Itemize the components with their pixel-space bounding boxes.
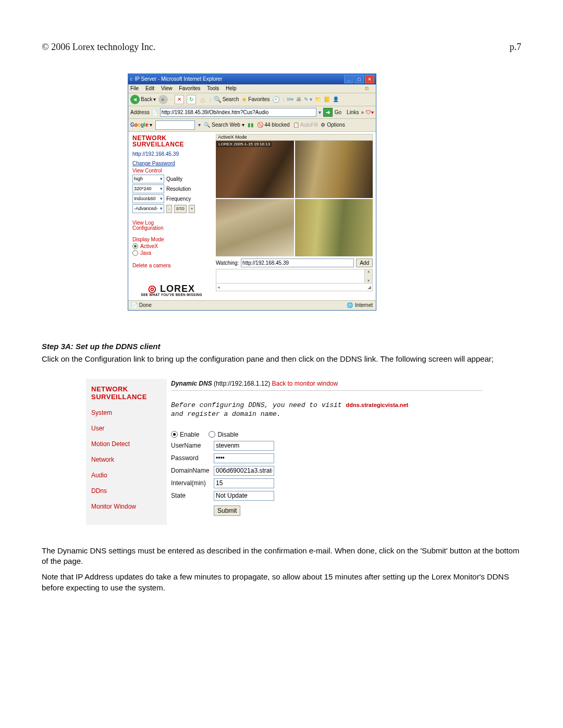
interval-input[interactable] xyxy=(214,478,274,488)
ddns-heading: Dynamic DNS (http://192.168.1.12) Back t… xyxy=(171,380,482,387)
activex-mode-label: ActiveX Mode xyxy=(216,134,373,141)
scroll-left[interactable]: ◂ xyxy=(217,285,220,290)
std-button[interactable]: STD xyxy=(174,205,187,213)
username-input[interactable] xyxy=(214,441,274,451)
add-button[interactable]: Add xyxy=(356,258,373,267)
mail-button[interactable]: ✉▾ xyxy=(287,97,293,102)
step-p2: The Dynamic DNS settings must be entered… xyxy=(42,546,521,567)
zoom-out-button[interactable]: - xyxy=(166,205,172,213)
resolution-label: Resolution xyxy=(166,187,191,192)
resize-grip[interactable]: ◢ xyxy=(368,285,371,290)
step-p1: Click on the Configuration link to bring… xyxy=(42,354,521,364)
forward-button[interactable]: ► xyxy=(158,95,168,104)
folder-button[interactable]: 📁 xyxy=(315,97,321,102)
options-button[interactable]: ⚙ Options xyxy=(321,122,345,128)
nav-ddns[interactable]: DDns xyxy=(91,487,162,495)
popup-blocked[interactable]: 🚫 44 blocked xyxy=(257,122,290,128)
step-heading: Step 3A: Set up the DDNS client xyxy=(42,342,521,351)
menu-favorites[interactable]: Favorites xyxy=(179,85,200,91)
menu-file[interactable]: File xyxy=(130,85,139,91)
password-input[interactable] xyxy=(214,453,274,463)
window-title: IP Server - Microsoft Internet Explorer xyxy=(135,77,223,82)
maximize-button[interactable]: □ xyxy=(354,75,364,83)
quality-select[interactable]: high▾ xyxy=(132,175,164,183)
step-p3: Note that IP Address updates do take a f… xyxy=(42,572,521,593)
go-button[interactable]: ➜ xyxy=(323,108,333,117)
back-button[interactable]: ◄Back ▾ xyxy=(130,95,156,104)
search-button[interactable]: 🔍Search xyxy=(214,96,239,103)
searchweb-button[interactable]: 🔍 Search Web ▾ xyxy=(204,122,244,128)
messenger-button[interactable]: 👤 xyxy=(333,97,339,102)
titlebar: e IP Server - Microsoft Internet Explore… xyxy=(128,74,376,84)
address-dropdown[interactable]: ▾ xyxy=(319,110,321,115)
frequency-label: Frequency xyxy=(166,196,191,202)
minimize-button[interactable]: _ xyxy=(344,75,353,83)
menu-edit[interactable]: Edit xyxy=(145,85,154,91)
zoom-in-button[interactable]: + xyxy=(189,205,195,213)
nav-system[interactable]: System xyxy=(91,409,162,416)
autofill-button[interactable]: 📋 AutoFill xyxy=(293,122,318,128)
nav-motion[interactable]: Motion Detect xyxy=(91,440,162,448)
links-chevron[interactable]: » xyxy=(361,110,364,115)
domain-label: DomainName xyxy=(171,467,214,474)
menu-help[interactable]: Help xyxy=(226,85,237,91)
log-scrollbar[interactable]: ▴▾ xyxy=(364,269,372,283)
delete-camera-link[interactable]: Delete a camera xyxy=(132,263,211,268)
google-search-input[interactable] xyxy=(155,120,195,130)
menu-view[interactable]: View xyxy=(161,85,173,91)
print-button[interactable]: 🖶 xyxy=(296,97,301,102)
advanced-select[interactable]: -Advanced-▾ xyxy=(132,204,164,213)
nav-monitor[interactable]: Monitor Window xyxy=(91,503,162,510)
done-icon: 📄 xyxy=(131,302,138,308)
state-input[interactable] xyxy=(214,491,274,501)
favorites-button[interactable]: ★Favorites xyxy=(241,96,270,103)
ddns-note: Before configuring DDNS, you need to vis… xyxy=(171,401,482,419)
links-label[interactable]: Links xyxy=(347,110,359,115)
resolution-select[interactable]: 320*240▾ xyxy=(132,184,164,193)
discuss-button[interactable]: 📒 xyxy=(324,97,330,102)
home-button[interactable]: ⌂ xyxy=(199,95,207,104)
pagerank-icon[interactable]: ▮▮ xyxy=(248,122,254,128)
refresh-button[interactable]: ↻ xyxy=(187,95,196,104)
google-toolbar: Google ▾ ▾ 🔍 Search Web ▾ ▮▮ 🚫 44 blocke… xyxy=(128,119,376,132)
edit-button[interactable]: ✎ ▾ xyxy=(304,97,312,102)
camera-2[interactable] xyxy=(295,141,373,198)
ddns-nav: NETWORK SURVEILLANCE System User Motion … xyxy=(86,379,167,525)
address-input[interactable] xyxy=(160,108,316,117)
activex-radio[interactable] xyxy=(132,243,138,249)
submit-button[interactable]: Submit xyxy=(214,505,240,516)
norton-icon[interactable]: 🛡▾ xyxy=(366,110,374,115)
nav-audio[interactable]: Audio xyxy=(91,472,162,479)
change-password-link[interactable]: Change Password xyxy=(132,161,211,166)
go-label: Go xyxy=(335,110,341,115)
watching-input[interactable] xyxy=(241,258,354,267)
nav-user[interactable]: User xyxy=(91,425,162,432)
back-to-monitor-link[interactable]: Back to monitor window xyxy=(272,380,338,387)
internet-zone-icon: 🌐 xyxy=(347,302,353,308)
password-label: Password xyxy=(171,454,214,462)
frequency-select[interactable]: Indoor&60▾ xyxy=(132,194,164,203)
status-done: Done xyxy=(139,302,152,308)
disable-radio[interactable]: Disable xyxy=(209,431,238,438)
address-label: Address xyxy=(130,110,150,115)
activex-label: ActiveX xyxy=(140,244,158,249)
java-radio[interactable] xyxy=(132,250,138,256)
side-nav: NETWORK SURVEILLANCE http://192.168.45.3… xyxy=(128,132,215,300)
menu-tools[interactable]: Tools xyxy=(207,85,219,91)
nav-network[interactable]: Network xyxy=(91,456,162,463)
configuration-link[interactable]: Configuration xyxy=(132,226,211,231)
ddns-register-link[interactable]: ddns.strategicvista.net xyxy=(346,402,408,408)
google-search-dd[interactable]: ▾ xyxy=(198,122,201,128)
camera-4[interactable] xyxy=(295,199,373,256)
enable-radio[interactable]: Enable xyxy=(171,431,199,438)
stop-button[interactable]: ✕ xyxy=(175,95,184,104)
nav-url[interactable]: http://192.168.45.39 xyxy=(132,152,211,157)
google-logo[interactable]: Google ▾ xyxy=(130,122,152,128)
menubar: File Edit View Favorites Tools Help ⧉ xyxy=(128,84,376,93)
history-button[interactable]: 🕘 xyxy=(272,96,280,103)
camera-1[interactable]: LOREX 2005-1-15 19:16:13 xyxy=(216,141,294,198)
page-number: p.7 xyxy=(510,42,522,53)
close-button[interactable]: × xyxy=(365,75,374,83)
camera-3[interactable] xyxy=(216,199,294,256)
domain-input[interactable] xyxy=(214,466,274,476)
